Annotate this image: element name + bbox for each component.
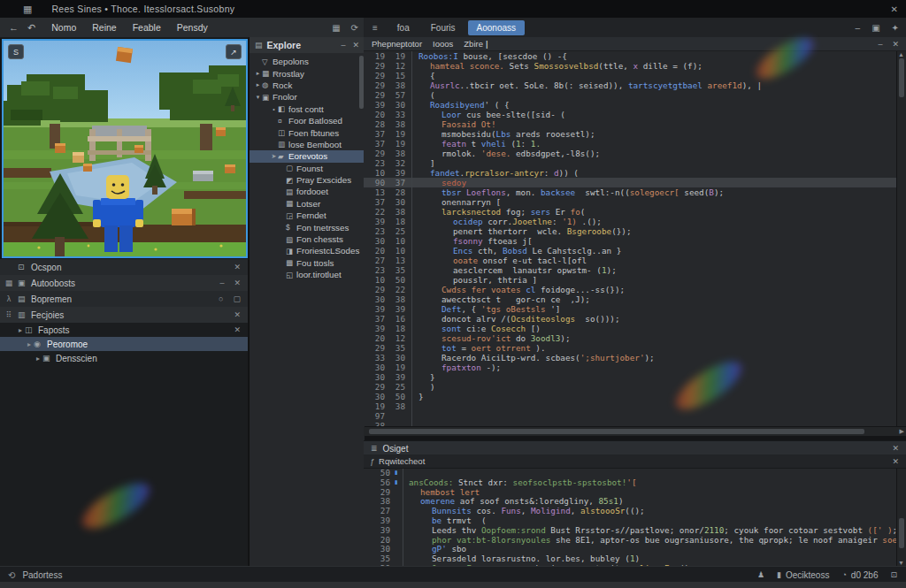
code-line[interactable]: 3038awecctbsct t gor-cn ce ,J); [364, 294, 896, 304]
scrollbar-thumb[interactable] [899, 58, 904, 97]
menu-item-reine[interactable]: Reine [92, 22, 116, 33]
close-icon[interactable]: ✕ [892, 40, 899, 49]
explorer-item[interactable]: ◲Ferndet [250, 210, 365, 221]
minimize-icon[interactable]: – [878, 40, 882, 49]
menu-item-nomo[interactable]: Nomo [51, 22, 76, 33]
explorer-item[interactable]: ▾▣Fnolor [250, 91, 365, 103]
scrollbar-thumb[interactable] [899, 518, 904, 548]
refresh-icon[interactable]: ⟳ [351, 23, 358, 33]
code-line[interactable]: 2938rmolok. 'dese. edbsdgpet,-l8s(); [364, 149, 896, 158]
code-line[interactable]: 2332] [364, 158, 896, 168]
output-tab-label[interactable]: Rqwitecheot [379, 456, 425, 466]
viewport-badge-left[interactable]: S [8, 44, 24, 59]
code-line[interactable]: 2033Loor cus bee-slte([sid- ( [364, 110, 896, 119]
game-viewport[interactable]: S ↗ [2, 39, 248, 258]
minimize-icon[interactable]: – [856, 23, 861, 33]
code-line[interactable]: 1039fandet.rpcralsor-antcyr: d)) ( [364, 168, 896, 178]
breadcrumb-item[interactable]: Zbire [464, 39, 483, 49]
explorer-item[interactable]: ▥lose Bemboot [250, 139, 365, 150]
explorer-item[interactable]: ¤Foor Batlosed [250, 115, 365, 126]
explorer-item[interactable]: ▽Bepolons [250, 56, 365, 67]
dock-panel-ocspon[interactable]: ⊡Ocspon✕ [0, 259, 248, 275]
panel-action-icon[interactable]: – [219, 279, 224, 287]
code-line[interactable]: 2012scesud-rov'ict do 3oodl3); [364, 333, 896, 343]
panel-action-icon[interactable]: ▢ [233, 294, 241, 303]
restore-icon[interactable]: ▣ [871, 23, 879, 33]
menu-item-pensdy[interactable]: Pensdy [177, 22, 208, 33]
panel-action-icon[interactable]: ○ [219, 294, 223, 303]
code-line[interactable]: 2912hamteal sconce. Sets Smossosvelbsd(t… [364, 61, 896, 71]
output-close-icon[interactable]: ✕ [892, 444, 899, 453]
output-tab-close-icon[interactable]: ✕ [892, 457, 899, 466]
code-line[interactable]: 2713ooate onsof e-ut tacl-l[ofl [364, 256, 896, 265]
code-line[interactable]: 1938 [364, 401, 896, 411]
scroll-up-icon[interactable]: ▲ [898, 51, 904, 57]
code-line[interactable]: 3918sont ci:e Cosecch [) [364, 324, 896, 333]
code-line[interactable]: 38 [364, 421, 896, 426]
code-line[interactable]: 3719featn t vheli (1: 1. [364, 139, 896, 149]
code-line[interactable]: 2922Cwdss fer voates cl foidoge...-ss(})… [364, 285, 896, 294]
dock-panel-fecjoies[interactable]: ⠿▥Fecjoies✕ [0, 307, 248, 323]
explorer-item[interactable]: ▢Founst [250, 163, 365, 174]
editor-horizontal-scrollbar[interactable]: ▶ [364, 427, 906, 436]
explorer-close-icon[interactable]: ✕ [352, 41, 359, 50]
code-line[interactable]: 3716doncot alrv /(Ocsditeoslogs so())); [364, 314, 896, 324]
undo-icon[interactable]: ↶ [27, 22, 35, 34]
editor-vertical-scrollbar[interactable]: ▲ [897, 51, 906, 426]
code-line[interactable]: 1919Roobos:I bouse, [sescdoe () -{ [364, 51, 896, 61]
output-code-editor[interactable]: 50▮56▮ansCoods: Stnct dxr: seofsoclpstb-… [364, 469, 896, 566]
scrollbar-thumb[interactable] [369, 429, 864, 434]
dock-tree-item[interactable]: ▸▣Densscien [0, 351, 248, 365]
dock-panel-autoobosts[interactable]: ▦▣Autoobosts–✕ [0, 275, 248, 291]
code-line[interactable]: 2838Faosaid Ot! [364, 119, 896, 129]
explorer-item[interactable]: ◱loor.tirotluet [250, 269, 365, 280]
explorer-item[interactable]: ▩Fou ttosls [250, 257, 365, 269]
window-close-icon[interactable]: ✕ [891, 4, 898, 14]
code-editor[interactable]: 1919Roobos:I bouse, [sescdoe () -{2912ha… [364, 51, 896, 426]
explorer-item[interactable]: ▧Fon chessts [250, 233, 365, 245]
code-line[interactable]: 3730onennarryn [ [364, 197, 896, 207]
code-line[interactable]: 3039} [364, 372, 896, 382]
tab-aoonoass[interactable]: Aoonoass [468, 20, 525, 35]
dock-tree-item[interactable]: ▸◉Peoromoe [0, 337, 248, 351]
code-line[interactable]: 97 [364, 411, 896, 421]
code-line[interactable]: 1050pousslr, thtria ] [364, 275, 896, 285]
tab-foa[interactable]: foa [388, 20, 418, 35]
code-line[interactable]: 3930Roadsibyend' ( { [364, 100, 896, 110]
scroll-right-icon[interactable]: ▶ [900, 428, 904, 435]
breadcrumb-item[interactable]: Phepneptotor [372, 39, 422, 49]
dock-tree-item[interactable]: ▸◫Faposts✕ [0, 323, 248, 337]
explorer-item[interactable]: ▸▦Rrostlay [250, 67, 365, 79]
code-line[interactable]: 3019fpatxton -); [364, 363, 896, 372]
tab-fouris[interactable]: Fouris [422, 20, 465, 35]
code-line[interactable]: 2938Ausrlc..tbcir oet. SoLe. 8b(: seised… [364, 80, 896, 90]
output-vertical-scrollbar[interactable]: ▼ [897, 469, 906, 566]
grid-icon[interactable]: ▦ [332, 23, 340, 33]
dock-panel-bopremen[interactable]: λ▤Bopremen○▢ [0, 291, 248, 307]
code-line[interactable]: 3330Racerdo AiciLtp-wrd. scbaes(';shurtj… [364, 353, 896, 363]
code-line[interactable]: 3050} [364, 392, 896, 401]
explorer-item[interactable]: ◨FroriestcLSodes [250, 245, 365, 256]
code-line[interactable]: 9037sedoy [364, 178, 896, 187]
breadcrumb-item[interactable]: Iooos [433, 39, 453, 49]
code-line[interactable]: 3939Deft, { 'tgs oBestsls '] [364, 304, 896, 314]
code-line[interactable]: 3010fsonny ftoeas j[ [364, 236, 896, 246]
pin-icon[interactable]: ✦ [892, 23, 899, 33]
explorer-item[interactable]: ➤▰Eorevotos [250, 150, 365, 162]
explorer-item[interactable]: •◧fost contt [250, 103, 365, 115]
code-line[interactable]: 2010Encs cth, Bobsd Le Cahstsclg..an } [364, 246, 896, 256]
code-line[interactable]: 2238larcksnectod fog; sers Er fo( [364, 207, 896, 217]
code-line[interactable]: 2957( [364, 90, 896, 100]
code-line[interactable]: 2335aesclercem lanautsr opwstm- (1); [364, 265, 896, 275]
explorer-item[interactable]: ◫Foen fbtunes [250, 126, 365, 138]
code-line[interactable]: 2915{ [364, 71, 896, 80]
scroll-down-icon[interactable]: ▼ [898, 560, 904, 566]
explorer-item[interactable]: ▦Lotser [250, 198, 365, 210]
code-line[interactable]: 2325penert thertorr wcle. Bsgeroobe(}); [364, 226, 896, 236]
back-arrow-icon[interactable]: ← [9, 22, 19, 33]
explorer-item[interactable]: ▤fordooet [250, 186, 365, 197]
code-line[interactable]: 3918ocidep corr.Jooetlne: '1) .(); [364, 217, 896, 226]
close-icon[interactable]: ✕ [234, 325, 241, 334]
code-line[interactable]: 2935tot = oert otrrent ). [364, 343, 896, 353]
code-line[interactable]: 3719msmobesidu(Lbs areds rooesetl); [364, 129, 896, 139]
